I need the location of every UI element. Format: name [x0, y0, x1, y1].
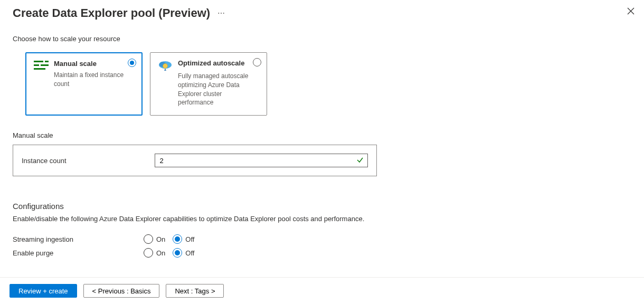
radio-icon	[128, 59, 136, 67]
radio-label: On	[156, 249, 165, 257]
radio-icon	[253, 58, 261, 66]
card-title: Manual scale	[54, 60, 97, 68]
config-label: Enable purge	[13, 249, 144, 257]
page-title: Create Data Explorer pool (Preview)	[13, 6, 210, 20]
radio-purge-on[interactable]: On	[144, 248, 165, 258]
next-button[interactable]: Next : Tags >	[166, 284, 224, 298]
scale-option-manual[interactable]: Manual scale Maintain a fixed instance c…	[25, 52, 143, 116]
manual-scale-icon	[34, 60, 49, 70]
manual-scale-heading: Manual scale	[13, 131, 631, 139]
radio-streaming-on[interactable]: On	[144, 234, 165, 244]
svg-rect-4	[34, 64, 39, 66]
instance-count-input[interactable]	[155, 154, 368, 167]
previous-button[interactable]: < Previous : Basics	[83, 284, 160, 298]
card-title: Optimized autoscale	[178, 59, 244, 67]
svg-rect-6	[34, 68, 45, 70]
scale-option-autoscale[interactable]: Optimized autoscale Fully managed autosc…	[150, 52, 267, 116]
svg-point-9	[163, 64, 168, 69]
svg-rect-5	[41, 64, 49, 66]
check-icon	[356, 156, 364, 165]
autoscale-icon	[158, 59, 173, 72]
radio-label: Off	[185, 235, 194, 243]
choose-scale-label: Choose how to scale your resource	[13, 35, 631, 43]
config-row-enable-purge: Enable purge On Off	[13, 248, 631, 258]
radio-circle-icon	[173, 234, 182, 244]
card-description: Maintain a fixed instance count	[34, 71, 134, 89]
radio-label: On	[156, 235, 165, 243]
radio-circle-icon	[144, 248, 153, 258]
svg-rect-2	[34, 61, 43, 62]
radio-streaming-off[interactable]: Off	[173, 234, 194, 244]
configurations-heading: Configurations	[13, 202, 631, 211]
svg-rect-3	[45, 61, 49, 62]
review-create-button[interactable]: Review + create	[10, 284, 77, 298]
instance-count-container: Instance count	[13, 145, 377, 176]
footer-bar: Review + create < Previous : Basics Next…	[0, 277, 644, 304]
instance-count-label: Instance count	[22, 157, 149, 165]
radio-circle-icon	[173, 248, 182, 258]
more-icon[interactable]: ⋯	[217, 9, 225, 17]
radio-purge-off[interactable]: Off	[173, 248, 194, 258]
radio-circle-icon	[144, 234, 153, 244]
configurations-description: Enable/disable the following Azure Data …	[13, 215, 631, 223]
config-label: Streaming ingestion	[13, 235, 144, 243]
card-description: Fully managed autoscale optimizing Azure…	[158, 72, 259, 107]
close-icon[interactable]	[627, 7, 634, 17]
radio-label: Off	[185, 249, 194, 257]
config-row-streaming-ingestion: Streaming ingestion On Off	[13, 234, 631, 244]
